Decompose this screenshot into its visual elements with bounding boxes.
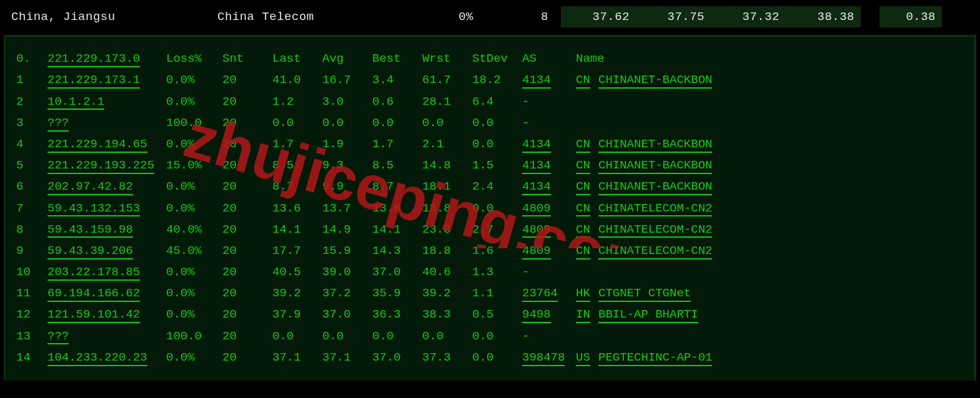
hop-asname: CHINANET-BACKBON	[598, 155, 968, 176]
hop-avg: 16.7	[322, 69, 372, 90]
hop-index: 1	[16, 69, 47, 90]
hop-avg: 13.7	[322, 198, 372, 219]
hop-asname: CTGNET CTGNet	[598, 283, 968, 304]
hop-last: 40.5	[272, 261, 322, 283]
hop-row: 12121.59.101.420.0%2037.937.036.338.30.5…	[16, 304, 968, 325]
hop-snt: 20	[222, 326, 272, 347]
hop-index: 11	[16, 283, 47, 304]
summary-snt: 8	[486, 6, 561, 27]
hop-row: 859.43.159.9840.0%2014.114.914.123.82.74…	[16, 219, 968, 240]
hop-avg: 1.9	[322, 133, 372, 155]
hop-cc: CN	[576, 219, 598, 240]
hop-loss: 0.0%	[166, 261, 222, 283]
hop-avg: 0.0	[322, 112, 372, 133]
hop-row: 5221.229.193.22515.0%208.59.38.514.81.54…	[16, 155, 968, 176]
summary-avg: 37.75	[636, 6, 711, 27]
hop-avg: 15.9	[322, 240, 372, 261]
hop-index: 3	[16, 112, 47, 133]
hop-asname	[598, 112, 968, 133]
hop-row: 210.1.2.10.0%201.23.00.628.16.4-	[16, 91, 968, 112]
hop-best: 13.6	[372, 198, 422, 219]
hop-snt: 20	[222, 155, 272, 176]
hop-loss: 0.0%	[166, 283, 222, 304]
hop-loss: 0.0%	[166, 69, 222, 90]
hop-host: 221.229.194.65	[47, 133, 166, 155]
hop-stdev: 0.0	[472, 347, 522, 368]
hop-wrst: 23.8	[422, 219, 472, 240]
hop-host: 202.97.42.82	[47, 176, 166, 197]
col-avg: Avg	[322, 48, 372, 69]
hop-last: 1.2	[272, 91, 322, 112]
hop-avg: 9.9	[322, 176, 372, 197]
hop-index: 13	[16, 326, 47, 347]
hop-last: 37.1	[272, 347, 322, 368]
summary-loss: 0%	[386, 6, 486, 27]
hop-asname: PEGTECHINC-AP-01	[598, 347, 968, 368]
hop-index: 2	[16, 91, 47, 112]
hop-snt: 20	[222, 91, 272, 112]
hop-last: 14.1	[272, 219, 322, 240]
hop-cc	[576, 112, 598, 133]
hop-cc: US	[576, 347, 598, 368]
hop-row: 14104.233.220.230.0%2037.137.137.037.30.…	[16, 347, 968, 368]
hop-stdev: 0.5	[472, 304, 522, 325]
summary-worst: 38.38	[786, 6, 861, 27]
col-best: Best	[372, 48, 422, 69]
hop-cc: CN	[576, 155, 598, 176]
hop-loss: 100.0	[166, 326, 222, 347]
col-hop: 0.	[16, 48, 47, 69]
hop-wrst: 40.6	[422, 261, 472, 283]
hop-index: 4	[16, 133, 47, 155]
hop-as: 4809	[522, 240, 576, 261]
hop-best: 14.3	[372, 240, 422, 261]
hop-snt: 20	[222, 112, 272, 133]
hop-avg: 14.9	[322, 219, 372, 240]
hop-cc	[576, 326, 598, 347]
hop-stdev: 1.5	[472, 155, 522, 176]
hop-as: -	[522, 261, 576, 283]
hop-asname	[598, 91, 968, 112]
hop-stdev: 2.4	[472, 176, 522, 197]
hop-wrst: 18.1	[422, 176, 472, 197]
hop-row: 959.43.39.20645.0%2017.715.914.318.81.64…	[16, 240, 968, 261]
hop-asname	[598, 326, 968, 347]
hop-wrst: 14.8	[422, 155, 472, 176]
hop-best: 3.4	[372, 69, 422, 90]
hop-loss: 45.0%	[166, 240, 222, 261]
col-wrst: Wrst	[422, 48, 472, 69]
hop-loss: 0.0%	[166, 304, 222, 325]
hop-stdev: 0.0	[472, 198, 522, 219]
hop-cc: CN	[576, 240, 598, 261]
hop-avg: 0.0	[322, 326, 372, 347]
hop-loss: 0.0%	[166, 133, 222, 155]
hop-as: 4134	[522, 133, 576, 155]
hop-as: -	[522, 326, 576, 347]
hop-snt: 20	[222, 133, 272, 155]
hop-row: 4221.229.194.650.0%201.71.91.72.10.04134…	[16, 133, 968, 155]
hop-best: 36.3	[372, 304, 422, 325]
hop-host: ???	[47, 112, 166, 133]
hop-asname: BBIL-AP BHARTI	[598, 304, 968, 325]
traceroute-body: 0. 221.229.173.0 Loss% Snt Last Avg Best…	[4, 35, 976, 381]
hop-stdev: 1.6	[472, 240, 522, 261]
hop-cc	[576, 261, 598, 283]
hop-as: -	[522, 91, 576, 112]
hop-stdev: 0.0	[472, 326, 522, 347]
hop-host: 104.233.220.23	[47, 347, 166, 368]
col-last: Last	[272, 48, 322, 69]
hop-wrst: 28.1	[422, 91, 472, 112]
hop-stdev: 1.1	[472, 283, 522, 304]
hop-last: 41.0	[272, 69, 322, 90]
hop-wrst: 38.3	[422, 304, 472, 325]
hop-last: 0.0	[272, 112, 322, 133]
hop-avg: 39.0	[322, 261, 372, 283]
column-header-row: 0. 221.229.173.0 Loss% Snt Last Avg Best…	[16, 48, 968, 69]
hop-snt: 20	[222, 198, 272, 219]
hop-loss: 0.0%	[166, 347, 222, 368]
hop-index: 12	[16, 304, 47, 325]
summary-stdev: 0.38	[879, 6, 942, 27]
hop-host: 121.59.101.42	[47, 304, 166, 325]
hop-snt: 20	[222, 69, 272, 90]
hop-host: 221.229.173.1	[47, 69, 166, 90]
hop-host: 203.22.178.85	[47, 261, 166, 283]
